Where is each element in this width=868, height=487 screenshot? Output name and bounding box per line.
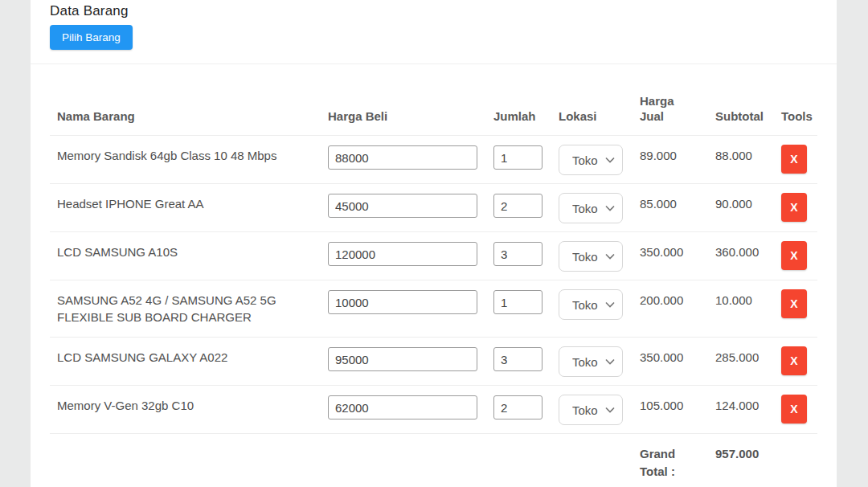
- table-row: Headset IPHONE Great AA Toko 85.000 90.0…: [50, 184, 817, 232]
- chevron-down-icon: [605, 157, 615, 163]
- col-header-jumlah: Jumlah: [493, 108, 559, 135]
- subtotal-value: 90.000: [708, 184, 772, 212]
- table-row: LCD SAMSUNG A10S Toko 350.000 360.000 X: [50, 232, 817, 280]
- subtotal-value: 124.000: [708, 386, 772, 414]
- lokasi-select-value: Toko: [572, 152, 598, 169]
- chevron-down-icon: [605, 253, 615, 260]
- jumlah-input[interactable]: [493, 347, 542, 371]
- delete-row-button[interactable]: X: [781, 145, 807, 174]
- item-name: Headset IPHONE Great AA: [50, 184, 328, 223]
- data-barang-card: Data Barang Pilih Barang Nama Barang Har…: [31, 0, 837, 487]
- lokasi-select[interactable]: Toko: [559, 241, 623, 272]
- item-name: SAMSUNG A52 4G / SAMSUNG A52 5G FLEXIBLE…: [50, 280, 328, 337]
- grand-total-label: Grand Total :: [632, 434, 708, 487]
- page-title: Data Barang: [50, 3, 817, 19]
- harga-beli-input[interactable]: [328, 194, 477, 218]
- col-header-subtotal: Subtotal: [708, 108, 772, 135]
- delete-row-button[interactable]: X: [781, 289, 807, 318]
- jumlah-input[interactable]: [493, 145, 542, 170]
- harga-jual-value: 89.000: [632, 136, 708, 164]
- pilih-barang-button[interactable]: Pilih Barang: [50, 25, 133, 50]
- item-name: LCD SAMSUNG GALAXY A022: [50, 338, 328, 377]
- jumlah-input[interactable]: [493, 242, 542, 266]
- harga-jual-value: 350.000: [632, 338, 708, 366]
- item-name: Memory V-Gen 32gb C10: [50, 386, 328, 425]
- card-header: Data Barang Pilih Barang: [31, 0, 837, 64]
- lokasi-select[interactable]: Toko: [559, 346, 623, 377]
- table-row: LCD SAMSUNG GALAXY A022 Toko 350.000 285…: [50, 338, 817, 386]
- col-header-harga-beli: Harga Beli: [328, 108, 493, 135]
- col-header-nama-barang: Nama Barang: [50, 108, 328, 135]
- lokasi-select-value: Toko: [572, 354, 598, 370]
- lokasi-select-value: Toko: [572, 402, 598, 419]
- harga-beli-input[interactable]: [328, 290, 477, 314]
- lokasi-select-value: Toko: [572, 297, 598, 313]
- col-header-lokasi: Lokasi: [559, 108, 632, 135]
- chevron-down-icon: [605, 205, 615, 211]
- lokasi-select[interactable]: Toko: [559, 289, 623, 320]
- delete-row-button[interactable]: X: [781, 346, 807, 375]
- delete-row-button[interactable]: X: [781, 395, 807, 424]
- harga-jual-value: 105.000: [632, 386, 708, 414]
- harga-beli-input[interactable]: [328, 242, 477, 266]
- lokasi-select[interactable]: Toko: [559, 193, 623, 223]
- harga-jual-value: 350.000: [632, 232, 708, 260]
- item-name: LCD SAMSUNG A10S: [50, 232, 328, 272]
- table-header-row: Nama Barang Harga Beli Jumlah Lokasi Har…: [50, 64, 817, 136]
- subtotal-value: 10.000: [708, 280, 772, 309]
- table-row: Memory V-Gen 32gb C10 Toko 105.000 124.0…: [50, 386, 817, 434]
- chevron-down-icon: [605, 358, 615, 365]
- subtotal-value: 88.000: [708, 136, 772, 164]
- grand-total-value: 957.000: [708, 434, 772, 487]
- item-name: Memory Sandisk 64gb Class 10 48 Mbps: [50, 136, 328, 175]
- lokasi-select[interactable]: Toko: [559, 145, 623, 175]
- jumlah-input[interactable]: [493, 194, 542, 218]
- delete-row-button[interactable]: X: [781, 241, 807, 270]
- delete-row-button[interactable]: X: [781, 193, 807, 222]
- harga-jual-value: 200.000: [632, 280, 708, 309]
- table-row: SAMSUNG A52 4G / SAMSUNG A52 5G FLEXIBLE…: [50, 280, 817, 338]
- jumlah-input[interactable]: [493, 290, 542, 314]
- jumlah-input[interactable]: [493, 395, 542, 419]
- col-header-harga-jual: Harga Jual: [632, 93, 708, 135]
- lokasi-select-value: Toko: [572, 248, 598, 265]
- col-header-tools: Tools: [772, 108, 812, 135]
- harga-beli-input[interactable]: [328, 395, 477, 419]
- items-table: Nama Barang Harga Beli Jumlah Lokasi Har…: [50, 64, 817, 487]
- chevron-down-icon: [605, 301, 615, 308]
- subtotal-value: 285.000: [708, 338, 772, 366]
- lokasi-select-value: Toko: [572, 200, 598, 217]
- table-footer-row: Grand Total : 957.000: [50, 434, 817, 487]
- table-row: Memory Sandisk 64gb Class 10 48 Mbps Tok…: [50, 136, 817, 184]
- harga-jual-value: 85.000: [632, 184, 708, 212]
- harga-beli-input[interactable]: [328, 347, 477, 371]
- harga-beli-input[interactable]: [328, 145, 477, 170]
- lokasi-select[interactable]: Toko: [559, 395, 623, 425]
- chevron-down-icon: [605, 407, 615, 413]
- subtotal-value: 360.000: [708, 232, 772, 260]
